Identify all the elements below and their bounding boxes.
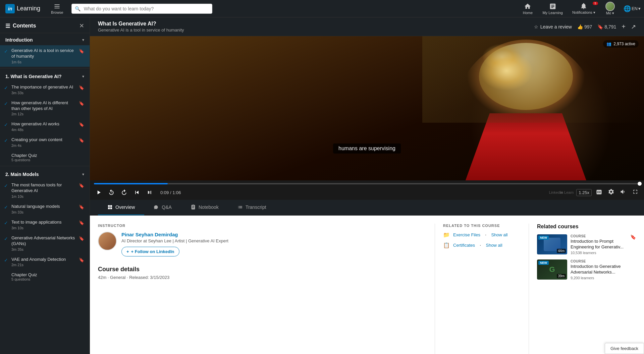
give-feedback-button[interactable]: Give feedback (605, 343, 644, 354)
browse-icon (54, 3, 60, 10)
add-button[interactable]: + (622, 23, 626, 31)
play-button[interactable] (94, 188, 103, 197)
forward-button[interactable] (119, 188, 129, 197)
lesson-item[interactable]: ✓ The importance of generative AI 3m 33s… (0, 82, 90, 98)
course-bookmark-icon[interactable]: 🔖 (630, 234, 636, 255)
course-thumbnail[interactable]: NEW 44m (537, 234, 567, 254)
bookmark-icon[interactable]: 🔖 (79, 122, 84, 127)
video-progress-bar[interactable] (94, 183, 640, 184)
bookmark-icon[interactable]: 🔖 (79, 49, 84, 54)
section-intro-title: Introduction (5, 37, 33, 43)
exercise-show-all[interactable]: Show all (491, 232, 507, 237)
lesson-title: VAE and Anomaly Detection (11, 257, 77, 262)
like-count: 👍 997 (577, 24, 592, 30)
svg-text:15: 15 (111, 192, 113, 194)
lesson-title: Generative AI is a tool in service of hu… (11, 48, 77, 59)
lesson-text: How generative AI is different than othe… (11, 100, 77, 116)
instructor-card: Pinar Seyhan Demirdag AI Director at Sey… (98, 232, 427, 256)
check-icon: ✓ (4, 85, 9, 91)
active-viewers: 👥 2,973 active (603, 40, 639, 48)
lesson-duration: 3m 33s (11, 91, 77, 95)
quiz-item[interactable]: Chapter Quiz 5 questions (0, 150, 90, 165)
bookmark-icon[interactable]: 🔖 (79, 85, 84, 90)
exercise-files-link[interactable]: Exercise Files (453, 232, 480, 237)
course-duration: 44m (557, 249, 566, 253)
settings-button[interactable] (606, 187, 616, 198)
search-input[interactable] (71, 4, 212, 14)
bookmark-icon[interactable]: 🔖 (79, 183, 84, 188)
next-chapter-button[interactable] (145, 188, 154, 197)
tab-qa[interactable]: Q&A (144, 200, 181, 215)
follow-button[interactable]: + + Follow on LinkedIn (121, 247, 179, 256)
lesson-duration: 4m 48s (11, 128, 77, 132)
share-button[interactable]: ↗ (631, 23, 636, 31)
me-nav-item[interactable]: Me ▾ (600, 2, 620, 15)
forward-icon (121, 189, 127, 196)
section-ch1-title: 1. What is Generative AI? (5, 74, 62, 79)
cert-show-all[interactable]: Show all (486, 243, 502, 248)
progress-area (90, 180, 644, 185)
course-thumbnail[interactable]: NEW G 39m (537, 259, 567, 280)
closed-captions-button[interactable] (594, 187, 604, 198)
tab-transcript[interactable]: Transcript (228, 200, 276, 215)
lesson-item[interactable]: ✓ Natural language models 3m 33s 🔖 (0, 201, 90, 217)
browse-button[interactable]: Browse (46, 3, 69, 14)
rewind-button[interactable]: 15 (107, 188, 116, 197)
my-learning-nav-item[interactable]: My Learning (538, 3, 568, 15)
lesson-item[interactable]: ✓ Text to image applications 3m 10s 🔖 (0, 217, 90, 233)
bookmark-icon[interactable]: 🔖 (79, 204, 84, 210)
lesson-item[interactable]: ✓ Generative Adversarial Networks (GANs)… (0, 233, 90, 254)
bookmark-icon[interactable]: 🔖 (79, 220, 84, 225)
section-ch1-header[interactable]: 1. What is Generative AI? ▾ (0, 70, 90, 82)
bookmark-icon[interactable]: 🔖 (79, 138, 84, 143)
certificates-link[interactable]: Certificates (453, 243, 475, 248)
save-number: 8,791 (604, 24, 616, 30)
lesson-item[interactable]: ✓ Creating your own content 2m 4s 🔖 (0, 134, 90, 150)
lesson-item[interactable]: ✓ VAE and Anomaly Detection 2m 21s 🔖 (0, 254, 90, 270)
language-selector[interactable]: 🌐 EN ▾ (620, 5, 644, 12)
bookmark-icon[interactable]: 🔖 (79, 257, 84, 262)
volume-button[interactable] (619, 187, 628, 198)
lesson-item[interactable]: ✓ How generative AI works 4m 48s 🔖 (0, 119, 90, 134)
related-courses-section: Related courses NEW 44m COURSE Introduct… (529, 224, 636, 354)
course-type: COURSE (571, 259, 636, 263)
tab-notebook[interactable]: Notebook (181, 200, 228, 215)
course-name[interactable]: Introduction to Generative Adversarial N… (571, 264, 636, 275)
quiz-item[interactable]: Chapter Quiz 5 questions (0, 270, 90, 284)
instructor-avatar (98, 232, 117, 250)
svg-rect-1 (55, 6, 60, 7)
bookmark-icon[interactable]: 🔖 (79, 101, 84, 106)
language-label: EN (632, 6, 638, 11)
leave-review-button[interactable]: ☆ Leave a review (534, 24, 572, 30)
close-sidebar-button[interactable]: ✕ (79, 22, 84, 30)
video-title-wrap: What Is Generative AI? Generative AI is … (98, 21, 184, 33)
lesson-text: Generative AI is a tool in service of hu… (11, 48, 77, 64)
home-nav-item[interactable]: Home (518, 3, 538, 15)
svg-rect-2 (55, 8, 60, 8)
prev-chapter-button[interactable] (132, 188, 142, 197)
lesson-text: The importance of generative AI 3m 33s (11, 84, 77, 95)
like-number: 997 (584, 24, 592, 30)
notifications-nav-item[interactable]: 5 Notifications ▾ (568, 2, 600, 15)
course-learners: 9,200 learners (571, 276, 636, 280)
prev-icon (133, 189, 140, 196)
check-icon: ✓ (4, 236, 9, 241)
logo[interactable]: in Learning (0, 4, 46, 13)
lesson-item[interactable]: ✓ The most famous tools for Generative A… (0, 180, 90, 201)
svg-rect-0 (55, 4, 60, 5)
section-ch2-header[interactable]: 2. Main Models ▾ (0, 168, 90, 180)
course-details-meta: 42m · General · Released: 3/15/2023 (98, 275, 427, 280)
lesson-duration: 1m 6s (11, 60, 77, 64)
speed-button[interactable]: 1.25x (576, 189, 592, 196)
lesson-item[interactable]: ✓ How generative AI is different than ot… (0, 98, 90, 119)
lesson-item[interactable]: ✓ Generative AI is a tool in service of … (0, 45, 90, 67)
course-name[interactable]: Introduction to Prompt Engineering for G… (571, 239, 627, 250)
fullscreen-button[interactable] (631, 187, 640, 198)
section-intro-header[interactable]: Introduction ▾ (0, 33, 90, 45)
related-label: RELATED TO THIS COURSE (443, 224, 521, 228)
certificate-icon: 📋 (443, 242, 450, 248)
instructor-name[interactable]: Pinar Seyhan Demirdag (121, 232, 228, 237)
tab-overview[interactable]: Overview (98, 200, 144, 215)
notebook-icon (191, 204, 196, 210)
bookmark-icon[interactable]: 🔖 (79, 236, 84, 241)
